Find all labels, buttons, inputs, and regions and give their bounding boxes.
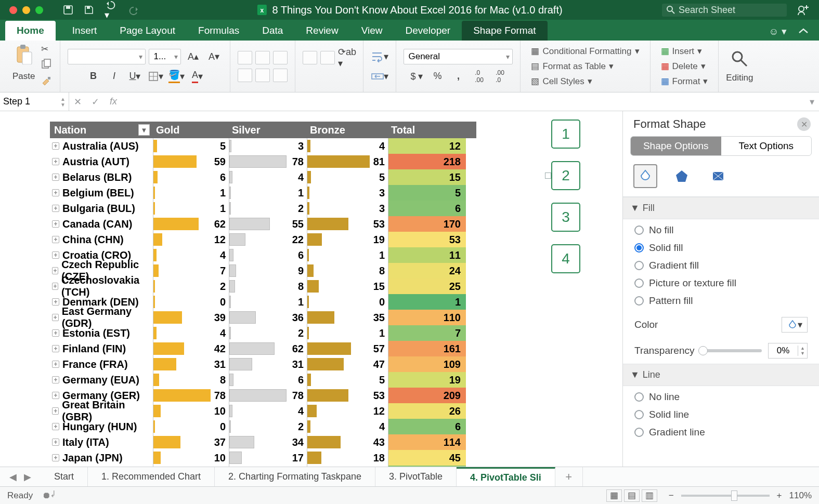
line-no-line[interactable]: No line [634, 391, 808, 403]
table-row[interactable]: +France (FRA)313147109 [50, 356, 476, 372]
transparency-input[interactable] [769, 346, 798, 356]
cell-total[interactable]: 114 [388, 434, 466, 450]
cell-total[interactable]: 5 [388, 185, 466, 201]
slicer-1[interactable]: 1 [551, 120, 580, 149]
cell-gold[interactable]: 1 [153, 185, 229, 201]
expand-icon[interactable]: + [52, 205, 59, 212]
expand-icon[interactable]: + [52, 329, 59, 337]
cell-nation[interactable]: +Australia (AUS) [50, 140, 153, 152]
cut-icon[interactable]: ✂ [41, 44, 53, 55]
cell-bronze[interactable]: 81 [307, 154, 388, 169]
cell-silver[interactable]: 78 [229, 154, 307, 169]
cell-total[interactable]: 109 [388, 356, 466, 372]
tab-scroll-right-icon[interactable]: ▶ [24, 471, 31, 483]
format-painter-icon[interactable] [41, 76, 53, 89]
cancel-edit-icon[interactable]: ✕ [69, 96, 87, 108]
italic-button[interactable]: I [105, 69, 123, 84]
cell-bronze[interactable]: 53 [307, 388, 388, 403]
cell-total[interactable]: 15 [388, 169, 466, 185]
cell-total[interactable]: 209 [388, 388, 466, 403]
expand-icon[interactable]: + [52, 158, 59, 165]
align-right-icon[interactable] [273, 69, 288, 82]
header-silver[interactable]: Silver [229, 124, 307, 136]
grid-pane[interactable]: Nation ▼ Gold Silver Bronze Total +Austr… [0, 111, 541, 467]
fill-no-fill[interactable]: No fill [634, 224, 808, 236]
tab-shape-format[interactable]: Shape Format [462, 21, 547, 41]
tab-developer[interactable]: Developer [394, 21, 462, 41]
sheet-area[interactable]: Nation ▼ Gold Silver Bronze Total +Austr… [0, 111, 622, 467]
table-row[interactable]: +Japan (JPN)10171845 [50, 450, 476, 466]
expand-icon[interactable]: + [52, 174, 59, 181]
slicer-2[interactable]: 2 [551, 161, 580, 190]
cell-silver[interactable]: 1 [229, 185, 307, 201]
cell-nation[interactable]: +Canada (CAN) [50, 218, 153, 230]
slicer-4[interactable]: 4 [551, 244, 580, 273]
section-line-header[interactable]: ▼ Line [623, 364, 819, 386]
decrease-font-icon[interactable]: A▾ [205, 49, 223, 64]
name-box-stepper[interactable]: ▲▼ [57, 92, 69, 111]
cell-total[interactable]: 24 [388, 263, 466, 278]
cell-bronze[interactable]: 19 [307, 232, 388, 247]
orientation-icon[interactable]: ⟳ab ▾ [338, 50, 356, 65]
cell-nation[interactable]: +China (CHN) [50, 234, 153, 246]
cell-total[interactable]: 161 [388, 341, 466, 356]
cell-nation[interactable]: +Great Britain (GBR) [50, 399, 153, 423]
decrease-indent-icon[interactable] [303, 51, 317, 64]
view-page-break-icon[interactable]: ▥ [642, 489, 657, 502]
cell-gold[interactable]: 2 [153, 278, 229, 294]
tab-review[interactable]: Review [294, 21, 349, 41]
expand-icon[interactable]: + [52, 376, 59, 383]
zoom-value[interactable]: 110% [789, 490, 812, 501]
cell-silver[interactable]: 4 [229, 169, 307, 185]
view-normal-icon[interactable]: ▦ [606, 489, 622, 502]
cell-bronze[interactable]: 47 [307, 356, 388, 372]
table-row[interactable]: +Finland (FIN)426257161 [50, 341, 476, 356]
cell-total[interactable]: 7 [388, 325, 466, 341]
conditional-formatting-button[interactable]: ▦Conditional Formatting ▾ [528, 44, 642, 59]
table-row[interactable]: +Belarus (BLR)64515 [50, 169, 476, 185]
header-bronze[interactable]: Bronze [307, 124, 388, 136]
cell-total[interactable]: 7 [388, 466, 466, 467]
tab-shape-options[interactable]: Shape Options [631, 137, 721, 155]
expand-icon[interactable]: + [52, 392, 59, 399]
cell-total[interactable]: 45 [388, 450, 466, 466]
table-row[interactable]: +Estonia (EST)4217 [50, 325, 476, 341]
line-gradient[interactable]: Gradient line [634, 427, 808, 438]
copy-icon[interactable] [41, 59, 53, 72]
cell-bronze[interactable]: 5 [307, 169, 388, 185]
zoom-in-icon[interactable]: + [777, 490, 782, 501]
effects-category-icon[interactable] [670, 164, 694, 188]
cell-gold[interactable]: 7 [153, 263, 229, 278]
cell-bronze[interactable]: 4 [307, 419, 388, 434]
expand-icon[interactable]: + [52, 298, 59, 306]
cell-silver[interactable]: 1 [229, 294, 307, 310]
cell-nation[interactable]: +Belgium (BEL) [50, 187, 153, 199]
tab-data[interactable]: Data [251, 21, 294, 41]
view-page-layout-icon[interactable]: ▤ [624, 489, 640, 502]
cell-total[interactable]: 170 [388, 216, 466, 232]
share-icon[interactable] [797, 4, 810, 16]
slicer-3[interactable]: 3 [551, 203, 580, 232]
percent-icon[interactable]: % [428, 69, 446, 84]
cell-gold[interactable]: 42 [153, 341, 229, 356]
cell-gold[interactable]: 8 [153, 372, 229, 388]
paste-icon[interactable] [15, 44, 33, 67]
expand-icon[interactable]: + [52, 220, 59, 228]
transparency-stepper[interactable]: ▲▼ [798, 346, 807, 356]
cell-silver[interactable]: 17 [229, 450, 307, 466]
expand-icon[interactable]: + [52, 345, 59, 352]
cell-bronze[interactable]: 57 [307, 341, 388, 356]
comma-icon[interactable]: , [449, 69, 467, 84]
cell-gold[interactable]: 4 [153, 247, 229, 263]
search-input[interactable] [679, 5, 783, 16]
cell-gold[interactable]: 31 [153, 356, 229, 372]
formula-expand-icon[interactable]: ▾ [804, 96, 819, 108]
increase-font-icon[interactable]: A▴ [184, 49, 202, 64]
table-row[interactable]: +Italy (ITA)373443114 [50, 434, 476, 450]
section-fill-header[interactable]: ▼ Fill [623, 197, 819, 219]
cell-silver[interactable]: 6 [229, 247, 307, 263]
feedback-icon[interactable]: ☺ ▾ [769, 25, 787, 37]
cell-silver[interactable]: 78 [229, 388, 307, 403]
wrap-text-icon[interactable]: ▾ [371, 49, 388, 64]
cell-total[interactable]: 6 [388, 201, 466, 216]
